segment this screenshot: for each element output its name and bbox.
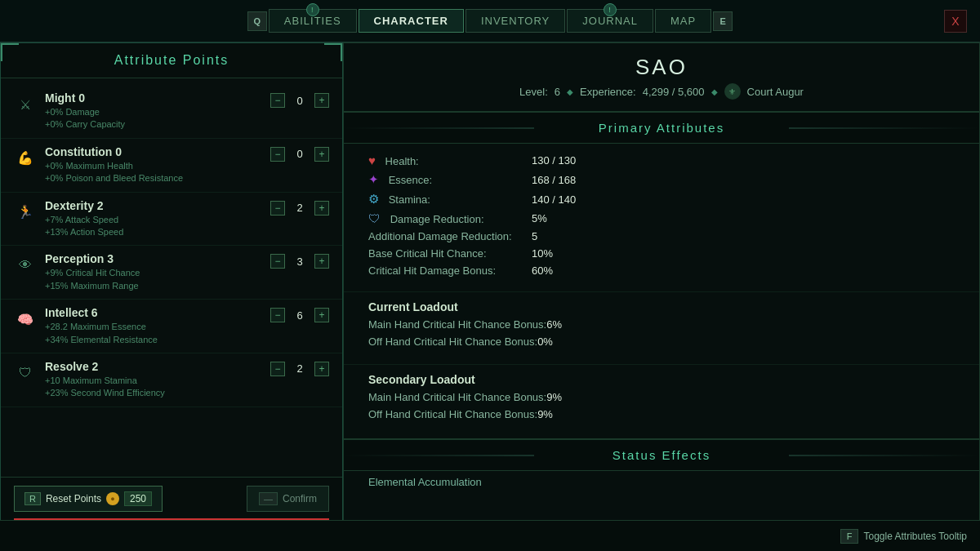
resolve-bonuses: +10 Maximum Stamina+23% Second Wind Effi… xyxy=(45,375,262,400)
reset-key: R xyxy=(24,492,41,505)
dexterity-name: Dexterity 2 xyxy=(45,199,262,212)
secondary-off-hand-row: Off Hand Critical Hit Chance Bonus: 9% xyxy=(368,408,955,420)
secondary-main-hand-label: Main Hand Critical Hit Chance Bonus: xyxy=(368,391,546,403)
perception-value: 3 xyxy=(292,256,308,268)
level-value: 6 xyxy=(555,86,560,98)
add-dmg-reduction-label: Additional Damage Reduction: xyxy=(368,230,532,242)
resolve-controls: −2+ xyxy=(270,362,329,376)
health-label: ♥ Health: xyxy=(368,153,532,167)
perception-info: Perception 3+9% Critical Hit Chance+15% … xyxy=(45,252,262,292)
dexterity-decrement-button[interactable]: − xyxy=(270,201,285,216)
intellect-name: Intellect 6 xyxy=(45,306,262,319)
shield-dmg-icon: 🛡 xyxy=(368,211,381,225)
crit-bonus-value: 60% xyxy=(532,264,553,277)
coin-icon: ● xyxy=(106,492,119,505)
tab-inventory[interactable]: INVENTORY xyxy=(466,9,565,33)
constitution-controls: −0+ xyxy=(270,147,329,162)
current-off-hand-label: Off Hand Critical Hit Chance Bonus: xyxy=(368,335,537,348)
journal-badge: ! xyxy=(604,3,617,16)
might-increment-button[interactable]: + xyxy=(314,93,329,108)
tooltip-hint: F Toggle Attributes Tooltip xyxy=(840,529,967,544)
constitution-icon: 💪 xyxy=(14,147,37,170)
tab-journal[interactable]: ! JOURNAL xyxy=(567,9,653,33)
status-effects-section: Status Effects Elemental Accumulation xyxy=(344,438,979,493)
heart-icon: ♥ xyxy=(368,153,376,167)
top-navigation: Q ! ABILITIES CHARACTER INVENTORY ! JOUR… xyxy=(0,0,980,42)
perception-increment-button[interactable]: + xyxy=(314,254,329,269)
tab-character[interactable]: CHARACTER xyxy=(359,9,464,33)
might-icon: ⚔ xyxy=(14,93,37,116)
right-panel: SAO Level: 6 ◆ Experience: 4,299 / 5,600… xyxy=(343,42,980,551)
perception-decrement-button[interactable]: − xyxy=(270,254,285,269)
attribute-row-dexterity: 🏃Dexterity 2+7% Attack Speed+13% Action … xyxy=(1,193,342,247)
constitution-info: Constitution 0+0% Maximum Health+0% Pois… xyxy=(45,145,262,185)
might-controls: −0+ xyxy=(270,93,329,108)
constitution-increment-button[interactable]: + xyxy=(314,147,329,162)
confirm-button[interactable]: — Confirm xyxy=(247,486,329,512)
left-panel: Attribute Points ⚔Might 0+0% Damage+0% C… xyxy=(0,42,343,551)
attributes-list: ⚔Might 0+0% Damage+0% Carry Capacity−0+💪… xyxy=(1,78,342,477)
stamina-label: ⚙ Stamina: xyxy=(368,192,532,207)
dexterity-info: Dexterity 2+7% Attack Speed+13% Action S… xyxy=(45,199,262,239)
augur-icon: ⚜ xyxy=(724,83,741,100)
intellect-controls: −6+ xyxy=(270,308,329,322)
dexterity-controls: −2+ xyxy=(270,201,329,216)
might-name: Might 0 xyxy=(45,91,262,104)
perception-icon: 👁 xyxy=(14,254,37,277)
attribute-row-might: ⚔Might 0+0% Damage+0% Carry Capacity−0+ xyxy=(1,85,342,139)
dexterity-icon: 🏃 xyxy=(14,201,37,224)
secondary-off-hand-value: 9% xyxy=(537,408,553,420)
dexterity-bonuses: +7% Attack Speed+13% Action Speed xyxy=(45,214,262,239)
constitution-bonuses: +0% Maximum Health+0% Poison and Bleed R… xyxy=(45,160,262,185)
base-crit-label: Base Critical Hit Chance: xyxy=(368,247,532,260)
main-layout: Attribute Points ⚔Might 0+0% Damage+0% C… xyxy=(0,42,980,551)
character-name: SAO xyxy=(355,55,968,80)
intellect-increment-button[interactable]: + xyxy=(314,308,329,322)
secondary-loadout-title: Secondary Loadout xyxy=(368,373,955,386)
attribute-row-resolve: 🛡Resolve 2+10 Maximum Stamina+23% Second… xyxy=(1,353,342,407)
secondary-main-hand-row: Main Hand Critical Hit Chance Bonus: 9% xyxy=(368,391,955,403)
status-effect-item: Elemental Accumulation xyxy=(344,471,979,493)
tab-abilities[interactable]: ! ABILITIES xyxy=(269,9,357,33)
current-loadout-title: Current Loadout xyxy=(368,300,955,313)
stat-row-dmg-reduction: 🛡 Damage Reduction: 5% xyxy=(368,211,955,225)
toggle-label: Toggle Attributes Tooltip xyxy=(863,531,967,542)
experience-value: 4,299 / 5,600 xyxy=(643,86,705,98)
primary-stats-grid: ♥ Health: 130 / 130 ✦ Essence: 168 / 168 xyxy=(344,144,979,291)
essence-label: ✦ Essence: xyxy=(368,172,532,187)
level-label: Level: xyxy=(519,86,548,98)
essence-value: 168 / 168 xyxy=(532,174,576,186)
perception-controls: −3+ xyxy=(270,254,329,269)
attribute-row-intellect: 🧠Intellect 6+28.2 Maximum Essence+34% El… xyxy=(1,300,342,353)
dexterity-increment-button[interactable]: + xyxy=(314,201,329,216)
resolve-increment-button[interactable]: + xyxy=(314,362,329,376)
might-decrement-button[interactable]: − xyxy=(270,93,285,108)
stat-row-add-dmg-reduction: Additional Damage Reduction: 5 xyxy=(368,230,955,242)
stamina-value: 140 / 140 xyxy=(532,193,576,206)
perception-bonuses: +9% Critical Hit Chance+15% Maximum Rang… xyxy=(45,267,262,292)
might-info: Might 0+0% Damage+0% Carry Capacity xyxy=(45,91,262,131)
stat-row-base-crit: Base Critical Hit Chance: 10% xyxy=(368,247,955,260)
constitution-name: Constitution 0 xyxy=(45,145,262,158)
intellect-decrement-button[interactable]: − xyxy=(270,308,285,322)
toggle-key: F xyxy=(840,529,859,544)
bottom-bar: F Toggle Attributes Tooltip xyxy=(0,520,980,551)
secondary-main-hand-value: 9% xyxy=(546,391,562,403)
health-value: 130 / 130 xyxy=(532,154,576,167)
reset-points-button[interactable]: R Reset Points ● 250 xyxy=(14,486,163,512)
stat-row-health: ♥ Health: 130 / 130 xyxy=(368,153,955,167)
secondary-off-hand-label: Off Hand Critical Hit Chance Bonus: xyxy=(368,408,537,420)
attribute-row-perception: 👁Perception 3+9% Critical Hit Chance+15%… xyxy=(1,246,342,300)
tab-map[interactable]: MAP xyxy=(655,9,711,33)
constitution-decrement-button[interactable]: − xyxy=(270,147,285,162)
stat-row-crit-bonus: Critical Hit Damage Bonus: 60% xyxy=(368,264,955,277)
might-value: 0 xyxy=(292,95,308,107)
essence-icon: ✦ xyxy=(368,172,379,186)
close-button[interactable]: X xyxy=(944,10,967,33)
perception-name: Perception 3 xyxy=(45,252,262,265)
q-key: Q xyxy=(247,11,267,31)
reset-label: Reset Points xyxy=(46,493,101,504)
resolve-decrement-button[interactable]: − xyxy=(270,362,285,376)
intellect-bonuses: +28.2 Maximum Essence+34% Elemental Resi… xyxy=(45,321,262,346)
attribute-points-header: Attribute Points xyxy=(1,43,342,78)
